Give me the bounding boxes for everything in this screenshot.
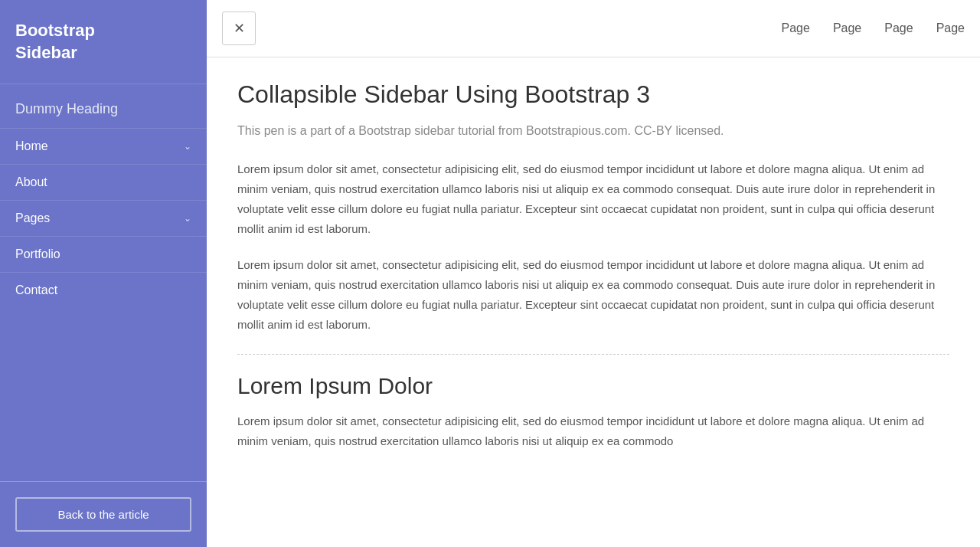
nav-link-1[interactable]: Page xyxy=(782,21,810,35)
nav-links: Page Page Page Page xyxy=(782,21,965,35)
sidebar-item-label-home: Home xyxy=(15,139,48,153)
article-para-2: Lorem ipsum dolor sit amet, consectetur … xyxy=(237,255,949,336)
sidebar-item-portfolio[interactable]: Portfolio xyxy=(0,236,207,272)
article-para-1: Lorem ipsum dolor sit amet, consectetur … xyxy=(237,159,949,240)
chevron-down-icon: ⌄ xyxy=(184,141,191,152)
sidebar-nav: Home ⌄ About Pages ⌄ Portfolio Contact xyxy=(0,128,207,481)
sidebar: BootstrapSidebar Dummy Heading Home ⌄ Ab… xyxy=(0,0,207,547)
sidebar-item-label-pages: Pages xyxy=(15,211,50,225)
sidebar-item-contact[interactable]: Contact xyxy=(0,272,207,308)
article-title: Collapsible Sidebar Using Bootstrap 3 xyxy=(237,80,949,109)
sidebar-footer: Back to the article xyxy=(0,481,207,547)
sidebar-item-pages[interactable]: Pages ⌄ xyxy=(0,200,207,236)
sidebar-item-label-about: About xyxy=(15,175,47,189)
close-icon: ✕ xyxy=(234,20,245,37)
section2-para: Lorem ipsum dolor sit amet, consectetur … xyxy=(237,411,949,452)
navbar: ✕ Page Page Page Page xyxy=(207,0,980,57)
section2-title: Lorem Ipsum Dolor xyxy=(237,373,949,399)
back-to-article-button[interactable]: Back to the article xyxy=(15,497,191,532)
nav-link-2[interactable]: Page xyxy=(833,21,861,35)
sidebar-heading: Dummy Heading xyxy=(0,84,207,128)
nav-link-4[interactable]: Page xyxy=(936,21,965,35)
sidebar-item-about[interactable]: About xyxy=(0,164,207,200)
sidebar-brand: BootstrapSidebar xyxy=(0,0,207,84)
article-divider xyxy=(237,354,949,355)
sidebar-item-home[interactable]: Home ⌄ xyxy=(0,128,207,164)
article-area: Collapsible Sidebar Using Bootstrap 3 Th… xyxy=(207,57,980,547)
chevron-down-icon-pages: ⌄ xyxy=(184,213,191,224)
close-button[interactable]: ✕ xyxy=(222,11,256,45)
main-content: ✕ Page Page Page Page Collapsible Sideba… xyxy=(207,0,980,547)
sidebar-item-label-portfolio: Portfolio xyxy=(15,247,60,261)
nav-link-3[interactable]: Page xyxy=(884,21,913,35)
article-subtitle: This pen is a part of a Bootstrap sideba… xyxy=(237,121,949,141)
sidebar-item-label-contact: Contact xyxy=(15,283,57,297)
